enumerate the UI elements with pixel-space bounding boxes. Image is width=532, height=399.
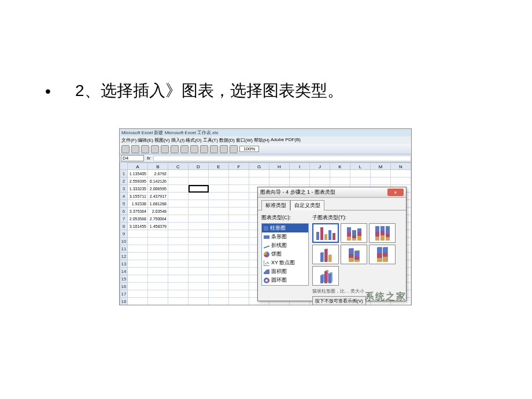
menu-window[interactable]: 窗口(W): [236, 137, 253, 143]
chart-type-area[interactable]: 面积图: [262, 267, 308, 276]
cell[interactable]: [189, 260, 209, 268]
cell[interactable]: [229, 268, 249, 275]
row-header[interactable]: 1: [120, 170, 128, 178]
cell[interactable]: [168, 283, 189, 290]
row-header[interactable]: 15: [120, 275, 128, 283]
toolbar-icon[interactable]: [230, 145, 238, 153]
col-header[interactable]: F: [229, 162, 249, 170]
cell[interactable]: [229, 275, 249, 283]
menu-format[interactable]: 格式(O): [186, 137, 202, 143]
cell[interactable]: [229, 253, 249, 260]
cell[interactable]: [189, 223, 209, 230]
chart-type-donut[interactable]: 圆环图: [262, 276, 308, 285]
subtype-3d-100stacked[interactable]: [369, 245, 396, 264]
toolbar-icon[interactable]: [131, 145, 139, 153]
col-header[interactable]: G: [249, 162, 269, 170]
toolbar-icon[interactable]: [121, 145, 130, 153]
cell[interactable]: [209, 170, 229, 178]
cell[interactable]: [189, 253, 209, 260]
chart-type-list[interactable]: 柱形图 条形图 折线图 饼图 XY 散点图 面积图 圆环图 雷达图 曲面图: [261, 223, 309, 286]
select-all-corner[interactable]: [120, 162, 128, 170]
cell[interactable]: 1.681288: [148, 200, 168, 208]
cell[interactable]: [189, 275, 209, 283]
cell[interactable]: [209, 260, 229, 268]
cell[interactable]: 0.142126: [148, 178, 168, 185]
cell[interactable]: [249, 178, 269, 185]
cell[interactable]: 1.333235: [128, 185, 148, 193]
cell[interactable]: [209, 223, 229, 230]
cell[interactable]: [209, 275, 229, 283]
row-header[interactable]: 10: [120, 238, 128, 245]
cell[interactable]: 1.458379: [148, 223, 168, 230]
cell[interactable]: 2.053568: [128, 215, 148, 223]
cell[interactable]: 2.03548: [148, 208, 168, 215]
cell[interactable]: 1.92338: [128, 200, 148, 208]
chart-type-line[interactable]: 折线图: [262, 241, 308, 250]
chart-type-radar[interactable]: 雷达图: [262, 285, 308, 286]
cell[interactable]: [371, 178, 391, 185]
cell[interactable]: [209, 283, 229, 290]
cell[interactable]: [168, 253, 189, 260]
subtype-stacked-column[interactable]: [341, 223, 367, 243]
col-header[interactable]: L: [350, 162, 371, 170]
col-header[interactable]: D: [189, 162, 209, 170]
cell[interactable]: [128, 230, 148, 238]
cell[interactable]: [189, 238, 209, 245]
menu-edit[interactable]: 编辑(E): [138, 137, 153, 143]
cell[interactable]: [229, 230, 249, 238]
cell[interactable]: [148, 238, 168, 245]
row-header[interactable]: 7: [120, 215, 128, 223]
cell[interactable]: [371, 170, 391, 178]
cell[interactable]: [189, 200, 209, 208]
cell[interactable]: [209, 178, 229, 185]
menu-insert[interactable]: 插入(I): [171, 137, 185, 143]
cell[interactable]: [209, 208, 229, 215]
col-header[interactable]: K: [330, 162, 350, 170]
cell[interactable]: 2.6792: [148, 170, 168, 178]
cell[interactable]: [330, 170, 350, 178]
cell[interactable]: [209, 298, 229, 305]
chart-type-xy[interactable]: XY 散点图: [262, 258, 308, 267]
menu-file[interactable]: 文件(F): [121, 137, 136, 143]
col-header[interactable]: I: [290, 162, 310, 170]
cell[interactable]: [128, 290, 148, 298]
row-header[interactable]: 9: [120, 230, 128, 238]
cell[interactable]: [209, 185, 229, 193]
cell[interactable]: [189, 290, 209, 298]
cell[interactable]: [229, 215, 249, 223]
cell[interactable]: [128, 283, 148, 290]
cell[interactable]: [189, 208, 209, 215]
cell[interactable]: [148, 283, 168, 290]
cell[interactable]: [168, 215, 189, 223]
subtype-100stacked-column[interactable]: [369, 223, 396, 243]
cell[interactable]: [189, 170, 209, 178]
cell[interactable]: 2.559395: [128, 178, 148, 185]
cell[interactable]: [168, 290, 189, 298]
name-box[interactable]: D4: [121, 155, 144, 161]
menu-help[interactable]: 帮助(H): [254, 137, 269, 143]
cell[interactable]: [229, 260, 249, 268]
cell[interactable]: [148, 230, 168, 238]
cell[interactable]: [290, 170, 310, 178]
cell[interactable]: [391, 178, 411, 185]
cell[interactable]: [209, 238, 229, 245]
cell[interactable]: 3.155711: [128, 193, 148, 200]
chart-type-bar[interactable]: 条形图: [262, 232, 308, 241]
toolbar-icon[interactable]: [220, 145, 228, 153]
row-header[interactable]: 14: [120, 268, 128, 275]
cell[interactable]: [209, 245, 229, 253]
cell[interactable]: [128, 245, 148, 253]
cell[interactable]: [168, 170, 189, 178]
cell[interactable]: 2.006595: [148, 185, 168, 193]
cell[interactable]: [128, 298, 148, 305]
row-header[interactable]: 11: [120, 245, 128, 253]
toolbar-icon[interactable]: [210, 145, 218, 153]
col-header[interactable]: C: [168, 162, 189, 170]
cell[interactable]: [229, 298, 249, 305]
subtype-clustered-column[interactable]: [312, 223, 339, 243]
row-header[interactable]: 5: [120, 200, 128, 208]
formula-input[interactable]: [153, 156, 411, 161]
toolbar-icon[interactable]: [190, 145, 198, 153]
cell[interactable]: [229, 185, 249, 193]
cell[interactable]: [148, 290, 168, 298]
